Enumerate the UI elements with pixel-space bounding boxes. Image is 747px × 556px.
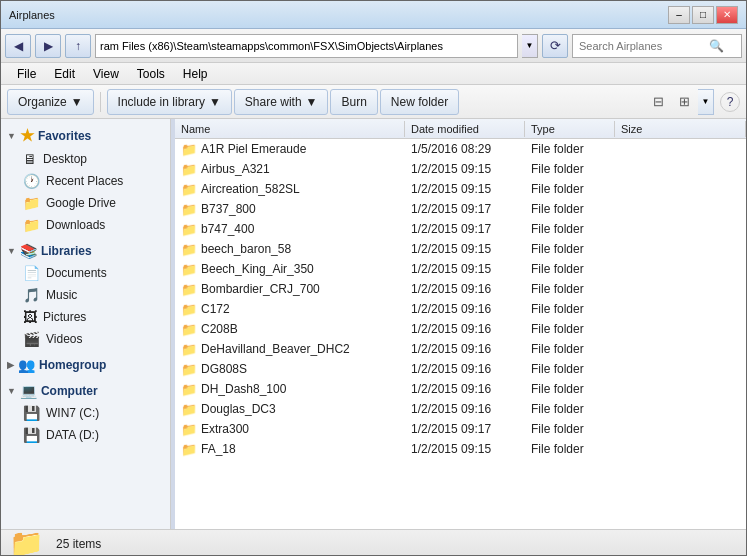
file-type-cell: File folder bbox=[525, 440, 615, 458]
table-row[interactable]: 📁 C172 1/2/2015 09:16 File folder bbox=[175, 299, 746, 319]
nav-libraries-header[interactable]: ▼ 📚 Libraries bbox=[1, 240, 170, 262]
nav-item-music[interactable]: 🎵 Music bbox=[1, 284, 170, 306]
menu-view[interactable]: View bbox=[85, 65, 127, 83]
nav-favorites-header[interactable]: ▼ ★ Favorites bbox=[1, 123, 170, 148]
file-size-cell bbox=[615, 207, 746, 211]
forward-button[interactable]: ▶ bbox=[35, 34, 61, 58]
recent-places-label: Recent Places bbox=[46, 174, 123, 188]
table-row[interactable]: 📁 Beech_King_Air_350 1/2/2015 09:15 File… bbox=[175, 259, 746, 279]
table-row[interactable]: 📁 beech_baron_58 1/2/2015 09:15 File fol… bbox=[175, 239, 746, 259]
view-button-2[interactable]: ⊞ bbox=[672, 90, 696, 114]
view-button-1[interactable]: ⊟ bbox=[646, 90, 670, 114]
file-name-cell: 📁 C208B bbox=[175, 320, 405, 339]
table-row[interactable]: 📁 Airbus_A321 1/2/2015 09:15 File folder bbox=[175, 159, 746, 179]
col-header-name[interactable]: Name bbox=[175, 121, 405, 137]
table-row[interactable]: 📁 FA_18 1/2/2015 09:15 File folder bbox=[175, 439, 746, 459]
refresh-button[interactable]: ⟳ bbox=[542, 34, 568, 58]
file-size-cell bbox=[615, 247, 746, 251]
file-size-cell bbox=[615, 367, 746, 371]
view-chevron[interactable]: ▼ bbox=[698, 89, 714, 115]
libraries-triangle: ▼ bbox=[7, 246, 16, 256]
burn-button[interactable]: Burn bbox=[330, 89, 377, 115]
col-header-date[interactable]: Date modified bbox=[405, 121, 525, 137]
nav-item-c-drive[interactable]: 💾 WIN7 (C:) bbox=[1, 402, 170, 424]
file-name-cell: 📁 FA_18 bbox=[175, 440, 405, 459]
homegroup-label: Homegroup bbox=[39, 358, 106, 372]
close-button[interactable]: ✕ bbox=[716, 6, 738, 24]
address-dropdown[interactable]: ▼ bbox=[522, 34, 538, 58]
table-row[interactable]: 📁 Bombardier_CRJ_700 1/2/2015 09:16 File… bbox=[175, 279, 746, 299]
file-type-cell: File folder bbox=[525, 280, 615, 298]
address-path-container[interactable]: ram Files (x86)\Steam\steamapps\common\F… bbox=[95, 34, 518, 58]
folder-icon: 📁 bbox=[181, 302, 197, 317]
menu-help[interactable]: Help bbox=[175, 65, 216, 83]
help-button[interactable]: ? bbox=[720, 92, 740, 112]
file-size-cell bbox=[615, 187, 746, 191]
file-name: Douglas_DC3 bbox=[201, 402, 276, 416]
folder-icon: 📁 bbox=[181, 202, 197, 217]
file-name: B737_800 bbox=[201, 202, 256, 216]
table-row[interactable]: 📁 A1R Piel Emeraude 1/5/2016 08:29 File … bbox=[175, 139, 746, 159]
nav-item-desktop[interactable]: 🖥 Desktop bbox=[1, 148, 170, 170]
google-drive-label: Google Drive bbox=[46, 196, 116, 210]
nav-homegroup-header[interactable]: ▶ 👥 Homegroup bbox=[1, 354, 170, 376]
nav-item-videos[interactable]: 🎬 Videos bbox=[1, 328, 170, 350]
back-button[interactable]: ◀ bbox=[5, 34, 31, 58]
table-row[interactable]: 📁 C208B 1/2/2015 09:16 File folder bbox=[175, 319, 746, 339]
file-name-cell: 📁 DeHavilland_Beaver_DHC2 bbox=[175, 340, 405, 359]
table-row[interactable]: 📁 B737_800 1/2/2015 09:17 File folder bbox=[175, 199, 746, 219]
nav-computer-header[interactable]: ▼ 💻 Computer bbox=[1, 380, 170, 402]
file-name: DH_Dash8_100 bbox=[201, 382, 286, 396]
desktop-icon: 🖥 bbox=[23, 151, 37, 167]
table-row[interactable]: 📁 DeHavilland_Beaver_DHC2 1/2/2015 09:16… bbox=[175, 339, 746, 359]
file-type-cell: File folder bbox=[525, 260, 615, 278]
file-name: C208B bbox=[201, 322, 238, 336]
documents-label: Documents bbox=[46, 266, 107, 280]
file-type-cell: File folder bbox=[525, 360, 615, 378]
nav-item-downloads[interactable]: 📁 Downloads bbox=[1, 214, 170, 236]
title-bar-text: Airplanes bbox=[9, 9, 668, 21]
table-row[interactable]: 📁 DH_Dash8_100 1/2/2015 09:16 File folde… bbox=[175, 379, 746, 399]
favorites-star-icon: ★ bbox=[20, 126, 34, 145]
nav-item-google-drive[interactable]: 📁 Google Drive bbox=[1, 192, 170, 214]
table-row[interactable]: 📁 Aircreation_582SL 1/2/2015 09:15 File … bbox=[175, 179, 746, 199]
nav-item-recent-places[interactable]: 🕐 Recent Places bbox=[1, 170, 170, 192]
col-header-type[interactable]: Type bbox=[525, 121, 615, 137]
nav-item-documents[interactable]: 📄 Documents bbox=[1, 262, 170, 284]
file-name: Bombardier_CRJ_700 bbox=[201, 282, 320, 296]
folder-icon: 📁 bbox=[181, 422, 197, 437]
title-bar: Airplanes – □ ✕ bbox=[1, 1, 746, 29]
search-input[interactable] bbox=[579, 40, 709, 52]
minimize-button[interactable]: – bbox=[668, 6, 690, 24]
file-type-cell: File folder bbox=[525, 200, 615, 218]
share-with-button[interactable]: Share with ▼ bbox=[234, 89, 329, 115]
file-type-cell: File folder bbox=[525, 380, 615, 398]
file-name-cell: 📁 Beech_King_Air_350 bbox=[175, 260, 405, 279]
include-library-button[interactable]: Include in library ▼ bbox=[107, 89, 232, 115]
nav-item-d-drive[interactable]: 💾 DATA (D:) bbox=[1, 424, 170, 446]
menu-tools[interactable]: Tools bbox=[129, 65, 173, 83]
menu-file[interactable]: File bbox=[9, 65, 44, 83]
nav-item-pictures[interactable]: 🖼 Pictures bbox=[1, 306, 170, 328]
file-name-cell: 📁 DG808S bbox=[175, 360, 405, 379]
up-button[interactable]: ↑ bbox=[65, 34, 91, 58]
table-row[interactable]: 📁 Extra300 1/2/2015 09:17 File folder bbox=[175, 419, 746, 439]
main-content: ▼ ★ Favorites 🖥 Desktop 🕐 Recent Places … bbox=[1, 119, 746, 529]
new-folder-button[interactable]: New folder bbox=[380, 89, 459, 115]
menu-edit[interactable]: Edit bbox=[46, 65, 83, 83]
table-row[interactable]: 📁 b747_400 1/2/2015 09:17 File folder bbox=[175, 219, 746, 239]
folder-icon: 📁 bbox=[181, 242, 197, 257]
table-row[interactable]: 📁 DG808S 1/2/2015 09:16 File folder bbox=[175, 359, 746, 379]
folder-icon: 📁 bbox=[181, 262, 197, 277]
file-size-cell bbox=[615, 407, 746, 411]
computer-label: Computer bbox=[41, 384, 98, 398]
maximize-button[interactable]: □ bbox=[692, 6, 714, 24]
col-header-size[interactable]: Size bbox=[615, 121, 746, 137]
file-name: DeHavilland_Beaver_DHC2 bbox=[201, 342, 350, 356]
status-folder-icon: 📁 bbox=[9, 530, 44, 557]
address-bar: ◀ ▶ ↑ ram Files (x86)\Steam\steamapps\co… bbox=[1, 29, 746, 63]
file-area: Name Date modified Type Size 📁 A1R Piel … bbox=[175, 119, 746, 529]
table-row[interactable]: 📁 Douglas_DC3 1/2/2015 09:16 File folder bbox=[175, 399, 746, 419]
organize-button[interactable]: Organize ▼ bbox=[7, 89, 94, 115]
file-name: FA_18 bbox=[201, 442, 236, 456]
